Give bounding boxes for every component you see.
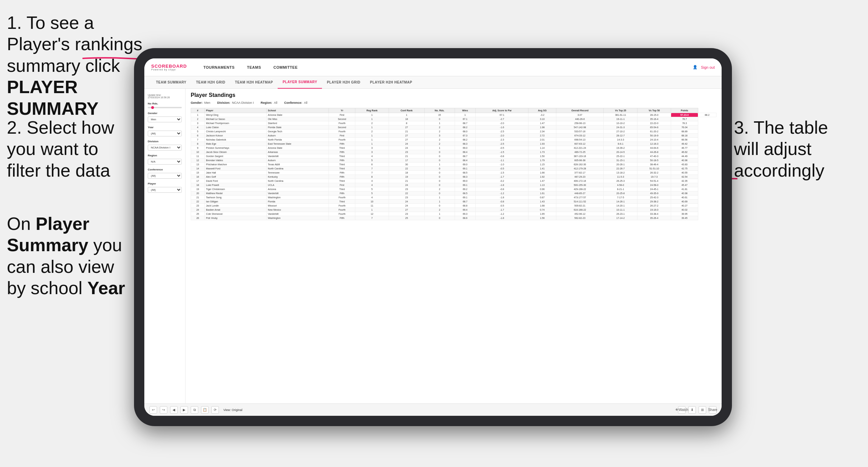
table-cell: 78.7	[671, 117, 698, 121]
icon-user: 👤	[693, 65, 698, 69]
table-cell: 41.81	[671, 187, 698, 191]
table-cell: 21	[389, 179, 424, 183]
table-cell: 68.7	[455, 200, 476, 204]
table-row[interactable]: 10Jacob Skov OlesenArkansasFifth323068.4…	[191, 150, 716, 154]
table-row[interactable]: 4Luke ClatonFlorida StateSecond127268.2-…	[191, 125, 716, 130]
download-button[interactable]: ⬇	[688, 406, 696, 414]
table-row[interactable]: 3Michael ThorbjornsenStanfordFourth28168…	[191, 121, 716, 125]
nav-tournaments[interactable]: TOURNAMENTS	[197, 58, 241, 76]
player-select[interactable]: (All)	[148, 187, 182, 193]
table-row[interactable]: 23Jack LundinMissouriFourth1124068.8-0.5…	[191, 204, 716, 208]
no-rds-slider[interactable]	[148, 107, 182, 108]
sub-nav-team-summary[interactable]: TEAM SUMMARY	[151, 76, 191, 89]
table-row[interactable]: 13Phichaksn MaichonTexas A&MThird630169.…	[191, 163, 716, 167]
table-row[interactable]: 2Michael Le SassoOle MissSecond118067.1-…	[191, 117, 716, 121]
division-select[interactable]: NCAA Division I NCAA Division II NCAA Di…	[148, 145, 182, 151]
table-cell: -1.2	[476, 212, 528, 216]
table-row[interactable]: 15Jake HallTennesseeFifth718068.5-1.51.6…	[191, 171, 716, 175]
conference-select[interactable]: (All)	[148, 173, 182, 179]
table-cell: Third	[329, 187, 355, 191]
col-player: Player	[204, 108, 266, 113]
table-row[interactable]: 17David FordNorth CarolinaThird421069.0-…	[191, 179, 716, 183]
table-cell: 69.2	[455, 187, 476, 191]
nav-teams[interactable]: TEAMS	[241, 58, 267, 76]
table-cell: First	[329, 134, 355, 138]
table-cell: 18	[389, 117, 424, 121]
table-cell: First	[329, 183, 355, 187]
table-row[interactable]: 6Jackson KoivunAuburnFirst127367.3-2.02.…	[191, 134, 716, 138]
filter-division-value: NCAA Division I	[232, 101, 254, 104]
table-cell: 67.1	[476, 113, 528, 117]
table-row[interactable]: 26Petr HrubyWashingtonFifth725068.6-1.81…	[191, 216, 716, 220]
table-row[interactable]: 25Cole SherwoodVanderbiltFourth1223169.3…	[191, 212, 716, 216]
table-cell: 24-10-4	[637, 138, 671, 142]
table-row[interactable]: 12Brendan ValdesAuburnFifth517068.4-1.11…	[191, 158, 716, 163]
col-rank: #	[191, 108, 205, 113]
table-row[interactable]: 21Taehoon SongWashingtonFourth423169.1-1…	[191, 196, 716, 200]
watch-button[interactable]: 👁 Watch	[678, 406, 686, 414]
table-cell: 2	[424, 187, 455, 191]
copy-button[interactable]: ⧉	[191, 406, 198, 414]
table-row[interactable]: 1Wenyi DingArizona StateFirst1115167.1-3…	[191, 113, 716, 117]
table-cell: 6	[355, 163, 389, 167]
table-row[interactable]: 8Mats EgeEast Tennessee StateFifth124268…	[191, 142, 716, 146]
table-cell: 68.7	[455, 154, 476, 158]
nav-back-button[interactable]: ◀	[170, 406, 178, 414]
refresh-button[interactable]: ⟳	[211, 406, 219, 414]
filter-conference-label: Conference:	[284, 101, 302, 104]
table-row[interactable]: 9Preston SummerhaysArizona StateThird324…	[191, 146, 716, 150]
table-row[interactable]: 22Ian GilliganFloridaThird1024168.7-0.81…	[191, 200, 716, 204]
sub-nav-player-summary[interactable]: PLAYER SUMMARY	[278, 76, 322, 89]
table-row[interactable]: 14Maxwell FordNorth CarolinaThird722069.…	[191, 167, 716, 171]
table-cell: Christo Lamprecht	[204, 130, 266, 134]
grid-button[interactable]: ⊞	[699, 406, 706, 414]
gender-select[interactable]: Men Women	[148, 116, 182, 122]
table-cell: 509-82-21	[556, 204, 604, 208]
table-row[interactable]: 24Bastien AmatNew MexicoFourth127269.4-1…	[191, 208, 716, 212]
table-row[interactable]: 5Christo LamprechtGeorgia TechFourth2212…	[191, 130, 716, 134]
table-row[interactable]: 11Gordon SargentVanderbiltThird421068.7-…	[191, 154, 716, 158]
annotation-step2-text: 2. Select how you want to filter the dat…	[7, 118, 114, 180]
table-row[interactable]: 18Luke PowellUCLAFirst424069.1-1.81.1350…	[191, 183, 716, 187]
paste-button[interactable]: 📋	[201, 406, 209, 414]
table-cell: Washington	[266, 196, 329, 200]
tablet-screen: SCOREBOARD Powered by clippi TOURNAMENTS…	[144, 58, 722, 416]
share-button[interactable]: Share	[709, 406, 716, 414]
year-select[interactable]: (All) First Second Third Fourth Fifth	[148, 131, 182, 136]
table-cell: 40.27	[671, 204, 698, 208]
sign-out-link[interactable]: Sign out	[701, 65, 715, 69]
sub-nav-team-h2h-heatmap[interactable]: TEAM H2H HEATMAP	[230, 76, 278, 89]
region-select[interactable]: N/A All	[148, 159, 182, 165]
sub-nav-team-h2h-grid[interactable]: TEAM H2H GRID	[191, 76, 230, 89]
nav-committee[interactable]: COMMITTEE	[267, 58, 304, 76]
table-cell: Second	[329, 125, 355, 130]
table-cell: -1.5	[476, 171, 528, 175]
table-cell: 27	[389, 138, 424, 142]
table-cell: 607-63-12	[556, 142, 604, 146]
table-row[interactable]: 20Matthew RiedelVanderbiltFifth522068.5-…	[191, 191, 716, 196]
table-cell: 8-21-1	[604, 187, 637, 191]
table-cell: 1	[355, 134, 389, 138]
redo-button[interactable]: ↪	[160, 406, 167, 414]
col-points: Points	[671, 108, 698, 113]
table-row[interactable]: 16Alex GoffKentuckyFifth819068.3-1.71.92…	[191, 175, 716, 179]
table-cell: 1.61	[528, 191, 556, 196]
table-header-row: # Player School Yr Reg Rank Conf Rank No…	[191, 108, 716, 113]
filter-conference-value: All	[304, 101, 308, 104]
table-cell: 28-12-7	[604, 134, 637, 138]
table-row[interactable]: 19Tiger ChristensenArizonaThird523269.2-…	[191, 187, 716, 191]
table-cell: Luke Powell	[204, 183, 266, 187]
nav-forward-button[interactable]: ▶	[180, 406, 188, 414]
annotation-year-bold: Year	[87, 278, 125, 298]
table-row[interactable]: 7Nicholas GabrelcikNorth FloridaFourth12…	[191, 138, 716, 142]
undo-button[interactable]: ↩	[149, 406, 157, 414]
table-cell: Fourth	[329, 138, 355, 142]
sub-nav-player-h2h-heatmap[interactable]: PLAYER H2H HEATMAP	[365, 76, 417, 89]
table-cell: 38-46-4	[637, 163, 671, 167]
table-cell: Washington	[266, 216, 329, 220]
annotation-step2: 2. Select how you want to filter the dat…	[7, 117, 131, 181]
table-cell: Wenyi Ding	[204, 113, 266, 117]
table-cell: 6	[191, 134, 205, 138]
sub-nav-player-h2h-grid[interactable]: PLAYER H2H GRID	[322, 76, 365, 89]
table-cell: Third	[329, 167, 355, 171]
